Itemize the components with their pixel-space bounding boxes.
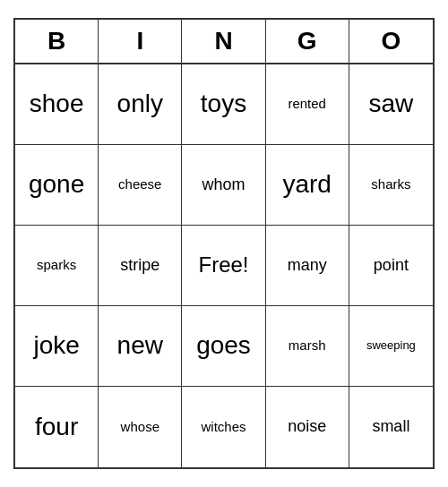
bingo-cell: sweeping	[349, 306, 433, 387]
bingo-cell: Free!	[182, 226, 265, 306]
bingo-cell: gone	[15, 145, 99, 226]
cell-text: only	[117, 90, 163, 118]
bingo-cell: noise	[266, 387, 349, 467]
cell-text: joke	[33, 332, 79, 360]
cell-text: whom	[202, 176, 245, 194]
cell-text: saw	[368, 90, 413, 118]
cell-text: yard	[282, 171, 331, 199]
cell-text: many	[288, 257, 327, 275]
bingo-cell: sparks	[15, 226, 99, 306]
bingo-cell: whose	[99, 387, 182, 467]
bingo-cell: yard	[266, 145, 349, 226]
bingo-cell: stripe	[99, 226, 182, 306]
cell-text: cheese	[118, 177, 161, 192]
bingo-cell: shoe	[15, 64, 99, 145]
cell-text: new	[117, 332, 163, 360]
bingo-cell: witches	[182, 387, 265, 467]
bingo-cell: rented	[266, 64, 349, 145]
bingo-cell: small	[349, 387, 433, 467]
cell-text: sharks	[371, 177, 410, 192]
bingo-cell: whom	[182, 145, 265, 226]
bingo-cell: point	[349, 226, 433, 306]
cell-text: witches	[201, 420, 246, 435]
bingo-cell: cheese	[99, 145, 182, 226]
cell-text: sweeping	[366, 339, 416, 352]
cell-text: whose	[121, 420, 159, 435]
cell-text: toys	[201, 90, 246, 118]
cell-text: four	[35, 414, 78, 441]
cell-text: Free!	[198, 253, 248, 277]
cell-text: rented	[288, 97, 326, 112]
bingo-cell: saw	[349, 64, 433, 145]
bingo-cell: toys	[182, 64, 265, 145]
header-cell-i: I	[99, 20, 182, 63]
bingo-cell: new	[99, 306, 182, 387]
cell-text: sparks	[37, 258, 76, 273]
bingo-grid: shoeonlytoysrentedsawgonecheesewhomyards…	[15, 64, 433, 467]
bingo-cell: four	[15, 387, 99, 467]
bingo-cell: goes	[182, 306, 265, 387]
bingo-cell: sharks	[349, 145, 433, 226]
header-cell-o: O	[349, 20, 433, 63]
cell-text: gone	[29, 171, 84, 199]
bingo-cell: only	[99, 64, 182, 145]
bingo-cell: many	[266, 226, 349, 306]
bingo-cell: marsh	[266, 306, 349, 387]
cell-text: shoe	[30, 90, 84, 118]
bingo-card: BINGO shoeonlytoysrentedsawgonecheesewho…	[13, 18, 435, 469]
bingo-cell: joke	[15, 306, 99, 387]
header-cell-g: G	[266, 20, 349, 63]
bingo-header: BINGO	[15, 20, 433, 64]
cell-text: noise	[288, 418, 326, 436]
cell-text: small	[372, 418, 409, 436]
cell-text: goes	[196, 332, 251, 360]
cell-text: point	[374, 257, 409, 275]
header-cell-n: N	[182, 20, 265, 63]
cell-text: marsh	[289, 338, 326, 354]
header-cell-b: B	[15, 20, 99, 63]
cell-text: stripe	[120, 257, 159, 275]
